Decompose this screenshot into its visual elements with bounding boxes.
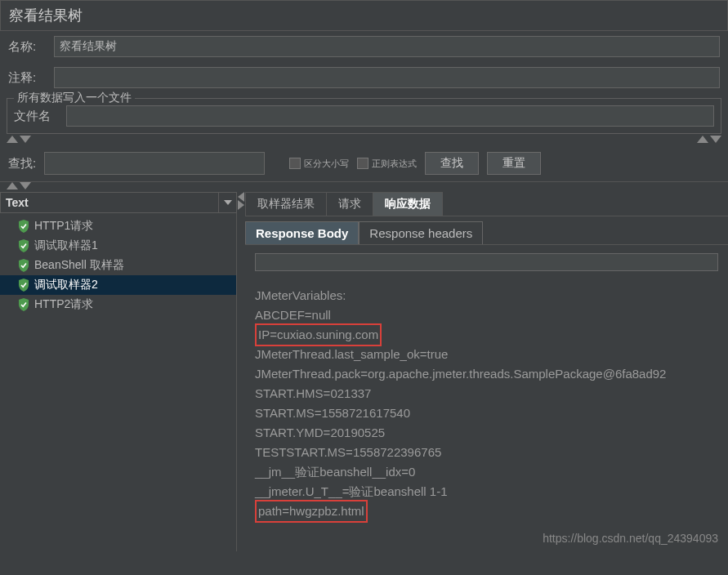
tree-item-label: BeanShell 取样器 — [34, 258, 124, 273]
response-body: JMeterVariables:ABCDEF=nullIP=cuxiao.sun… — [255, 286, 718, 521]
triangle-up-icon — [697, 136, 708, 143]
shield-icon — [18, 220, 29, 233]
response-line: START.YMD=20190525 — [255, 423, 718, 443]
splitter-mid[interactable] — [0, 182, 728, 192]
highlighted-text: IP=cuxiao.suning.com — [255, 323, 382, 346]
dropdown-value: Text — [1, 193, 218, 212]
response-line: START.HMS=021337 — [255, 384, 718, 403]
window-title: 察看结果树 — [0, 0, 728, 31]
regex-label: 正则表达式 — [372, 158, 417, 170]
response-line: path=hwgzpbz.html — [255, 501, 718, 521]
triangle-down-icon — [20, 136, 31, 143]
subtabs-row: Response BodyResponse headers — [245, 216, 728, 245]
tab[interactable]: 请求 — [326, 192, 373, 216]
tree-item[interactable]: HTTP2请求 — [0, 295, 236, 314]
watermark-text: https://blog.csdn.net/qq_24394093 — [543, 532, 718, 545]
search-input[interactable] — [44, 152, 265, 175]
case-sensitive-checkbox[interactable]: 区分大小写 — [289, 158, 349, 170]
file-output-group: 所有数据写入一个文件 文件名 — [7, 98, 721, 134]
tab[interactable]: 取样器结果 — [245, 192, 327, 216]
response-line: START.MS=1558721617540 — [255, 403, 718, 423]
response-line: __jmeter.U_T__=验证beanshell 1-1 — [255, 482, 718, 501]
file-label: 文件名 — [14, 109, 60, 124]
name-input[interactable] — [54, 36, 720, 57]
reset-button[interactable]: 重置 — [487, 152, 541, 175]
tab[interactable]: 响应数据 — [373, 192, 443, 216]
splitter-vertical[interactable] — [237, 192, 245, 551]
checkbox-icon — [289, 158, 301, 169]
response-line: IP=cuxiao.suning.com — [255, 325, 718, 345]
response-line: JMeterThread.last_sample_ok=true — [255, 345, 718, 364]
result-tree: HTTP1请求调试取样器1BeanShell 取样器调试取样器2HTTP2请求 — [0, 213, 237, 551]
tree-item-label: HTTP2请求 — [34, 297, 93, 312]
shield-icon — [18, 239, 29, 252]
tree-item[interactable]: 调试取样器1 — [0, 236, 236, 256]
shield-icon — [18, 298, 29, 311]
shield-icon — [18, 279, 29, 292]
tabs-row: 取样器结果请求响应数据 — [245, 192, 728, 216]
triangle-down-icon — [710, 136, 721, 143]
triangle-up-icon — [7, 182, 18, 189]
response-line: JMeterThread.pack=org.apache.jmeter.thre… — [255, 364, 718, 384]
regex-checkbox[interactable]: 正则表达式 — [357, 158, 417, 170]
triangle-right-icon — [238, 200, 244, 210]
triangle-down-icon — [20, 182, 31, 189]
subtab[interactable]: Response Body — [245, 221, 359, 244]
name-label: 名称: — [8, 39, 47, 55]
response-line: JMeterVariables: — [255, 286, 718, 305]
tree-item[interactable]: HTTP1请求 — [0, 216, 236, 236]
checkbox-icon — [357, 158, 368, 169]
search-inline-input[interactable] — [255, 253, 718, 271]
shield-icon — [18, 259, 29, 272]
tree-item[interactable]: BeanShell 取样器 — [0, 256, 236, 275]
triangle-up-icon — [7, 136, 18, 143]
subtab[interactable]: Response headers — [359, 221, 483, 244]
tree-item-label: 调试取样器2 — [34, 278, 98, 292]
display-format-dropdown[interactable]: Text — [0, 192, 237, 213]
tree-item[interactable]: 调试取样器2 — [0, 275, 236, 295]
response-line: TESTSTART.MS=1558722396765 — [255, 443, 718, 462]
comment-input[interactable] — [54, 67, 720, 88]
chevron-down-icon — [218, 193, 236, 212]
splitter-top[interactable] — [0, 136, 728, 145]
comment-label: 注释: — [8, 70, 47, 86]
search-button[interactable]: 查找 — [425, 152, 479, 175]
file-group-legend: 所有数据写入一个文件 — [14, 91, 135, 105]
tree-item-label: HTTP1请求 — [34, 219, 93, 234]
file-input[interactable] — [66, 105, 714, 127]
case-sensitive-label: 区分大小写 — [304, 158, 349, 170]
response-line: __jm__验证beanshell__idx=0 — [255, 462, 718, 482]
response-line: ABCDEF=null — [255, 305, 718, 325]
tree-item-label: 调试取样器1 — [34, 238, 98, 253]
search-label: 查找: — [8, 156, 36, 172]
highlighted-text: path=hwgzpbz.html — [255, 500, 368, 523]
